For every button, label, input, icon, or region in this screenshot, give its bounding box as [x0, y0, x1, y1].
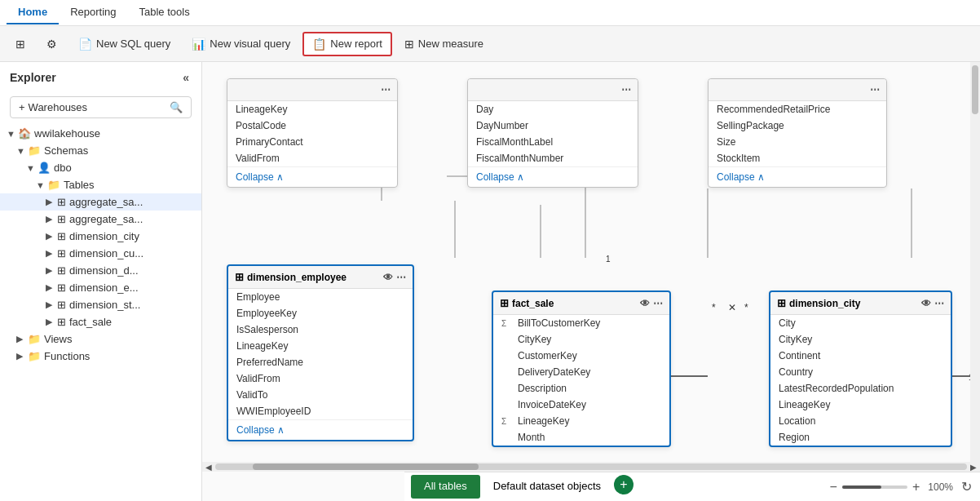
sidebar-item-dimension-st[interactable]: ▶ ⊞ dimension_st... — [0, 296, 201, 313]
eye-icon[interactable]: 👁 — [640, 298, 650, 309]
more-icon[interactable]: ⋯ — [934, 298, 944, 309]
table-row: InvoiceDateKey — [493, 397, 669, 413]
aggregate-sa2-label: aggregate_sa... — [69, 213, 143, 225]
zoom-slider[interactable] — [842, 485, 907, 489]
new-report-btn[interactable]: 📋 New report — [302, 32, 392, 56]
sidebar-item-fact-sale[interactable]: ▶ ⊞ fact_sale — [0, 313, 201, 330]
new-sql-query-btn[interactable]: 📄 New SQL query — [69, 33, 179, 55]
new-measure-btn[interactable]: ⊞ New measure — [395, 33, 492, 55]
row-label: CityKey — [518, 334, 551, 345]
sidebar-item-aggregate-sa1[interactable]: ▶ ⊞ aggregate_sa... — [0, 193, 201, 211]
table-top-right-header: ⋯ — [709, 79, 886, 101]
default-dataset-tab[interactable]: Default dataset objects — [480, 475, 614, 499]
table-icon: ⊞ — [777, 297, 786, 309]
row-label: Employee — [236, 291, 280, 303]
scroll-right-btn[interactable]: ▶ — [970, 463, 977, 472]
horizontal-scrollbar[interactable]: ◀ ▶ — [202, 462, 980, 472]
tab-table-tools[interactable]: Table tools — [128, 1, 201, 24]
arrow-down-icon: ▼ — [16, 146, 28, 156]
table-row: CustomerKey — [493, 348, 669, 364]
canvas[interactable]: 1 * ✕ * * 1 1 ▽ ▽ ▷ — [202, 62, 980, 501]
table-row: ΣBillToCustomerKey — [493, 315, 669, 331]
scroll-left-btn[interactable]: ◀ — [205, 463, 212, 472]
table-top-left-header: ⋯ — [227, 79, 397, 101]
arrow-right-icon: ▶ — [46, 282, 57, 293]
eye-icon[interactable]: 👁 — [921, 298, 931, 309]
table-row: SellingPackage — [709, 117, 886, 134]
sidebar-item-functions[interactable]: ▶ 📁 Functions — [0, 348, 201, 365]
row-label: BillToCustomerKey — [518, 317, 600, 329]
sidebar-item-aggregate-sa2[interactable]: ▶ ⊞ aggregate_sa... — [0, 211, 201, 228]
row-label: RecommendedRetailPrice — [717, 104, 830, 115]
table-row: WWIEmployeeID — [228, 403, 413, 419]
add-tab-btn[interactable]: + — [614, 475, 633, 494]
zoom-in-btn[interactable]: + — [911, 478, 921, 496]
row-label: SellingPackage — [717, 120, 784, 131]
table-row: CityKey — [493, 331, 669, 348]
sidebar-item-wwilakehouse[interactable]: ▼ 🏠 wwilakehouse — [0, 125, 201, 142]
arrow-right-icon: ▶ — [46, 299, 57, 310]
table-row: Region — [770, 429, 951, 446]
table-icon: ⊞ — [500, 297, 509, 309]
sidebar-item-tables[interactable]: ▼ 📁 Tables — [0, 176, 201, 193]
hscroll-thumb — [253, 463, 479, 470]
eye-icon[interactable]: 👁 — [383, 272, 393, 283]
row-label: LineageKey — [779, 399, 830, 410]
table-row: DeliveryDateKey — [493, 364, 669, 380]
hscroll-track[interactable] — [215, 463, 967, 470]
more-icon[interactable]: ⋯ — [396, 272, 406, 283]
sidebar-item-dimension-d[interactable]: ▶ ⊞ dimension_d... — [0, 262, 201, 279]
sidebar-title: Explorer — [10, 71, 56, 84]
sidebar-item-dimension-cu[interactable]: ▶ ⊞ dimension_cu... — [0, 245, 201, 262]
sidebar-item-dimension-city[interactable]: ▶ ⊞ dimension_city — [0, 228, 201, 245]
more-icon[interactable]: ⋯ — [653, 298, 663, 309]
zoom-out-btn[interactable]: − — [828, 478, 839, 496]
vertical-scrollbar[interactable] — [970, 62, 980, 462]
collapse-icon[interactable]: « — [180, 69, 192, 86]
zoom-slider-fill — [842, 485, 881, 489]
table-top-center-header: ⋯ — [468, 79, 638, 101]
row-label: IsSalesperson — [236, 324, 298, 335]
sidebar-item-dimension-e[interactable]: ▶ ⊞ dimension_e... — [0, 279, 201, 296]
dimension-city-header: ⊞ dimension_city 👁 ⋯ — [770, 292, 951, 315]
collapse-btn[interactable]: Collapse ∧ — [468, 166, 638, 187]
refresh-btn[interactable]: ↻ — [960, 477, 973, 496]
table-row: ΣLineageKey — [493, 413, 669, 429]
views-label: Views — [44, 333, 72, 345]
table-row: DayNumber — [468, 117, 638, 134]
collapse-btn[interactable]: Collapse ∧ — [227, 166, 397, 187]
table-dimension-city: ⊞ dimension_city 👁 ⋯ City CityKey Contin… — [769, 290, 952, 447]
row-label: Country — [779, 366, 813, 378]
row-label: FiscalMonthLabel — [476, 136, 553, 148]
table-row: PrimaryContact — [227, 134, 397, 150]
folder-icon: 📁 — [47, 179, 60, 191]
arrow-down-icon: ▼ — [36, 180, 47, 190]
tab-reporting[interactable]: Reporting — [59, 1, 127, 24]
collapse-btn[interactable]: Collapse ∧ — [709, 166, 886, 187]
all-tables-tab[interactable]: All tables — [411, 475, 480, 499]
top-nav: Home Reporting Table tools — [0, 0, 980, 26]
row-label: ValidTo — [236, 389, 267, 401]
new-visual-query-btn[interactable]: 📊 New visual query — [183, 33, 299, 55]
sidebar-item-schemas[interactable]: ▼ 📁 Schemas — [0, 142, 201, 159]
add-warehouse-btn[interactable]: + Warehouses 🔍 — [10, 96, 192, 118]
dimension-employee-title: dimension_employee — [247, 272, 347, 283]
collapse-btn[interactable]: Collapse ∧ — [228, 419, 413, 440]
sidebar-item-views[interactable]: ▶ 📁 Views — [0, 330, 201, 348]
arrow-right-icon: ▶ — [46, 265, 57, 276]
tab-home[interactable]: Home — [7, 1, 59, 24]
plus-icon: + — [19, 101, 25, 113]
row-label: ValidFrom — [236, 153, 280, 164]
row-label: WWIEmployeeID — [236, 406, 311, 417]
svg-text:✕: ✕ — [728, 302, 736, 313]
prefix: Σ — [501, 319, 513, 328]
row-label: Size — [717, 136, 735, 148]
search-icon[interactable]: 🔍 — [170, 101, 183, 113]
home-icon-btn[interactable]: ⊞ — [7, 33, 34, 55]
folder-icon: 📁 — [28, 350, 41, 362]
table-row: Month — [493, 429, 669, 446]
sidebar-tree: ▼ 🏠 wwilakehouse ▼ 📁 Schemas ▼ 👤 dbo ▼ 📁… — [0, 122, 201, 501]
settings-btn[interactable]: ⚙ — [38, 33, 66, 55]
arrow-right-icon: ▶ — [46, 197, 57, 207]
sidebar-item-dbo[interactable]: ▼ 👤 dbo — [0, 159, 201, 176]
